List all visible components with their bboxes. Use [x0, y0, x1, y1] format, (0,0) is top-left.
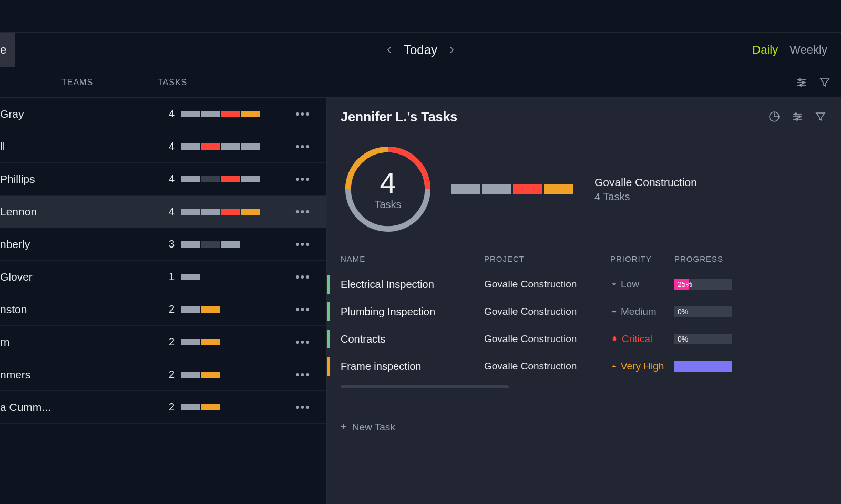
- task-project: Govalle Construction: [484, 361, 610, 372]
- settings-sliders-icon[interactable]: [791, 110, 804, 124]
- person-name: nston: [0, 303, 158, 316]
- person-task-count: 3: [158, 238, 181, 250]
- column-header-tasks: TASKS: [158, 78, 281, 87]
- row-more-icon[interactable]: •••: [295, 238, 311, 251]
- task-priority: Critical: [610, 333, 674, 345]
- detail-title: Jennifer L.'s Tasks: [341, 109, 457, 125]
- task-segment-bar: [181, 176, 260, 182]
- priority-icon: [610, 363, 618, 370]
- person-name: nberly: [0, 238, 158, 251]
- svg-rect-16: [612, 311, 616, 312]
- task-project: Govalle Construction: [484, 333, 610, 345]
- th-progress: PROGRESS: [674, 254, 723, 263]
- task-priority: Low: [610, 279, 674, 290]
- people-list: Gray4•••ll4•••Phillips4•••Lennon4•••nber…: [0, 98, 327, 504]
- task-project: Govalle Construction: [484, 306, 610, 317]
- person-task-count: 2: [158, 303, 181, 315]
- new-task-button[interactable]: + New Task: [341, 421, 841, 433]
- task-segment-bar: [181, 209, 260, 215]
- task-segment-bar: [181, 111, 260, 117]
- row-more-icon[interactable]: •••: [295, 172, 311, 186]
- person-name: Phillips: [0, 173, 158, 186]
- person-row[interactable]: Glover1•••: [0, 261, 326, 293]
- left-column-header: TEAMS TASKS: [0, 67, 841, 98]
- task-row[interactable]: Electrical InspectionGovalle Constructio…: [327, 271, 841, 298]
- row-more-icon[interactable]: •••: [295, 303, 311, 316]
- task-segment-bar: [181, 241, 240, 248]
- task-segment-bar: [181, 404, 220, 410]
- person-name: rn: [0, 336, 158, 348]
- task-progress: 0%: [674, 334, 732, 344]
- date-navigator: Today: [385, 43, 456, 57]
- horizontal-scroll-bar[interactable]: [341, 385, 509, 388]
- task-progress: 25%: [674, 279, 732, 290]
- row-more-icon[interactable]: •••: [295, 270, 311, 284]
- filter-funnel-icon[interactable]: [814, 110, 827, 124]
- task-name: Contracts: [341, 333, 484, 345]
- person-task-count: 4: [158, 108, 181, 120]
- person-name: Gray: [0, 108, 158, 120]
- summary-sub: 4 Tasks: [594, 191, 697, 203]
- th-project: PROJECT: [484, 254, 610, 263]
- person-row[interactable]: Phillips4•••: [0, 163, 326, 196]
- task-ring-chart: 4 Tasks: [341, 142, 435, 236]
- row-more-icon[interactable]: •••: [295, 107, 311, 121]
- person-name: Glover: [0, 271, 158, 283]
- task-segment-bar: [181, 306, 220, 313]
- row-more-icon[interactable]: •••: [295, 368, 311, 382]
- active-view-tab[interactable]: e: [0, 33, 15, 67]
- task-segment-bar: [181, 274, 200, 280]
- next-day-button[interactable]: [447, 45, 456, 55]
- row-more-icon[interactable]: •••: [295, 205, 311, 219]
- task-row[interactable]: Plumbing InspectionGovalle ConstructionM…: [327, 298, 841, 325]
- person-row[interactable]: nston2•••: [0, 293, 326, 326]
- task-row[interactable]: Frame inspectionGovalle ConstructionVery…: [327, 353, 841, 380]
- task-priority: Very High: [610, 361, 674, 372]
- task-name: Frame inspection: [341, 361, 484, 373]
- task-segment-bar: [181, 339, 220, 345]
- task-row[interactable]: ContractsGovalle ConstructionCritical0%: [327, 325, 841, 353]
- th-name: NAME: [341, 254, 484, 263]
- settings-sliders-icon[interactable]: [795, 76, 808, 89]
- person-row[interactable]: a Cumm...2•••: [0, 391, 326, 424]
- ring-label: Tasks: [374, 199, 401, 211]
- person-name: ll: [0, 140, 158, 153]
- prev-day-button[interactable]: [385, 45, 394, 55]
- summary-segment-bar: [451, 184, 573, 194]
- task-priority: Medium: [610, 306, 674, 317]
- person-row[interactable]: rn2•••: [0, 326, 326, 358]
- summary-company: Govalle Construction: [594, 176, 697, 189]
- person-row[interactable]: nmers2•••: [0, 358, 326, 391]
- date-label[interactable]: Today: [404, 43, 437, 57]
- range-daily-button[interactable]: Daily: [752, 43, 778, 57]
- row-more-icon[interactable]: •••: [295, 140, 311, 153]
- task-name: Electrical Inspection: [341, 279, 484, 291]
- task-progress: [674, 361, 732, 372]
- priority-icon: [610, 308, 618, 315]
- person-row[interactable]: nberly3•••: [0, 228, 326, 261]
- task-project: Govalle Construction: [484, 279, 610, 290]
- person-row[interactable]: Lennon4•••: [0, 196, 326, 228]
- person-row[interactable]: Gray4•••: [0, 98, 326, 130]
- pie-chart-icon[interactable]: [767, 110, 781, 124]
- row-more-icon[interactable]: •••: [295, 400, 311, 414]
- task-progress: 0%: [674, 306, 732, 317]
- person-name: nmers: [0, 368, 158, 381]
- task-segment-bar: [181, 372, 220, 378]
- person-row[interactable]: ll4•••: [0, 130, 326, 163]
- th-priority: PRIORITY: [610, 254, 674, 263]
- filter-funnel-icon[interactable]: [818, 76, 832, 89]
- ring-count: 4: [380, 168, 396, 198]
- range-weekly-button[interactable]: Weekly: [789, 43, 827, 57]
- priority-icon: [610, 281, 618, 288]
- person-task-count: 1: [158, 271, 181, 283]
- person-task-count: 4: [158, 140, 181, 152]
- new-task-label: New Task: [352, 421, 395, 433]
- top-spacer: [0, 0, 841, 33]
- active-view-tab-label: e: [0, 43, 6, 57]
- person-name: Lennon: [0, 205, 158, 218]
- person-task-count: 2: [158, 336, 181, 348]
- person-task-count: 4: [158, 205, 181, 218]
- priority-icon: [610, 335, 619, 343]
- row-more-icon[interactable]: •••: [295, 335, 311, 349]
